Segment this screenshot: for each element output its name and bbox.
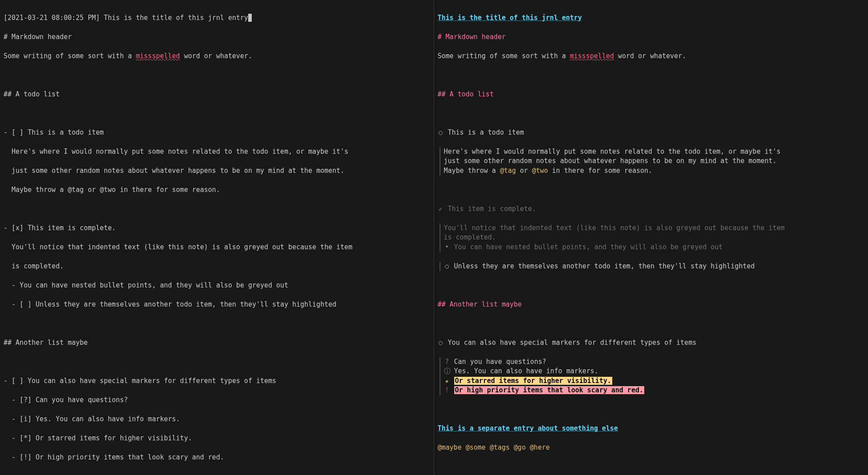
editor-split: [2021-03-21 08:00:25 PM] This is the tit…	[0, 0, 868, 475]
special-info: Yes. You can also have info markers.	[454, 367, 598, 375]
todo-text: You can also have special markers for di…	[448, 339, 697, 347]
special-info: - [i] Yes. You can also have info marker…	[4, 415, 430, 424]
cursor	[248, 14, 252, 22]
question-icon: ?	[444, 357, 450, 367]
tag: @here	[530, 443, 550, 451]
bang-icon: !	[444, 386, 450, 395]
tag: @maybe	[438, 443, 462, 451]
todo-note: in there for some reason.	[548, 167, 652, 175]
body-text: Some writing of some sort with a	[4, 52, 136, 60]
todo-note: is completed.	[444, 233, 496, 241]
left-pane-raw[interactable]: [2021-03-21 08:00:25 PM] This is the tit…	[0, 0, 434, 475]
body-text: word or whatever.	[180, 52, 252, 60]
todo-text: You can also have special markers for di…	[28, 377, 276, 385]
markdown-header: # Markdown header	[438, 32, 865, 42]
todo-note: You'll notice that indented text (like t…	[4, 243, 430, 252]
entry-title-rendered: This is a separate entry about something…	[438, 424, 618, 432]
todo-marker-done: - [x]	[4, 224, 28, 232]
todo-sub: You can have nested bullet points, and t…	[454, 243, 723, 251]
todo-note: just some other random notes about whate…	[444, 157, 777, 165]
todo-note: Maybe throw a	[4, 186, 68, 194]
special-question: Can you have questions?	[454, 358, 547, 366]
todo-note: or	[516, 167, 532, 175]
todo-note: Here's where I would normally put some n…	[4, 147, 430, 157]
heading-todo: ## A todo list	[4, 90, 430, 100]
todo-text: This item is complete.	[28, 224, 116, 232]
heading-another: ## Another list maybe	[4, 338, 430, 348]
todo-text-done: This item is complete.	[448, 205, 536, 213]
heading-todo: ## A todo list	[438, 90, 865, 100]
todo-sub: - You can have nested bullet points, and…	[4, 281, 430, 291]
todo-sub: - [ ] Unless they are themselves another…	[4, 300, 430, 310]
body-text: word or whatever.	[614, 52, 686, 60]
markdown-header: # Markdown header	[4, 32, 430, 42]
todo-open-icon: ○	[444, 262, 450, 271]
tag: @two	[100, 186, 116, 194]
misspelled-word: missspelled	[136, 52, 180, 60]
body-text: Some writing of some sort with a	[438, 52, 570, 60]
todo-open-icon: ○	[438, 128, 444, 138]
todo-note: in there for some reason.	[116, 186, 220, 194]
right-pane-rendered[interactable]: This is the title of this jrnl entry # M…	[434, 0, 868, 475]
todo-note: is completed.	[4, 262, 430, 271]
todo-marker: - [ ]	[4, 128, 28, 136]
heading-another: ## Another list maybe	[438, 300, 865, 310]
todo-note: just some other random notes about whate…	[4, 166, 430, 176]
todo-sub: Unless they are themselves another todo …	[454, 262, 755, 270]
quote-block: ○ Unless they are themselves another tod…	[440, 262, 865, 271]
todo-open-icon: ○	[438, 338, 444, 348]
tag: @tags	[490, 443, 510, 451]
special-question: - [?] Can you have questions?	[4, 395, 430, 405]
todo-note: Here's where I would normally put some n…	[444, 148, 781, 156]
tag: @some	[466, 443, 486, 451]
star-icon: ★	[444, 376, 450, 386]
todo-text: This is a todo item	[28, 128, 104, 136]
todo-text: This is a todo item	[448, 128, 524, 136]
tag: @two	[532, 167, 548, 175]
tag: @tag	[500, 167, 516, 175]
todo-marker: - [ ]	[4, 377, 28, 385]
entry-timestamp: [2021-03-21 08:00:25 PM]	[4, 14, 100, 22]
tag: @go	[514, 443, 526, 451]
quote-block-muted: You'll notice that indented text (like t…	[440, 224, 865, 252]
info-icon: ⓘ	[444, 367, 450, 376]
entry-title-rendered: This is the title of this jrnl entry	[438, 14, 582, 22]
bullet-icon: •	[444, 243, 450, 252]
special-star: - [*] Or starred items for higher visibi…	[4, 434, 430, 443]
special-bang: Or high priority items that look scary a…	[454, 386, 644, 394]
special-bang: - [!] Or high priority items that look s…	[4, 453, 430, 463]
quote-block: Here's where I would normally put some n…	[440, 147, 865, 176]
entry-title: This is the title of this jrnl entry	[104, 14, 248, 22]
todo-note: Maybe throw a	[444, 167, 500, 175]
tag: @tag	[68, 186, 84, 194]
special-star: Or starred items for higher visibility.	[454, 377, 612, 385]
todo-note: You'll notice that indented text (like t…	[444, 224, 785, 232]
todo-note: or	[84, 186, 100, 194]
todo-done-icon: ✔	[438, 204, 444, 214]
quote-block: ? Can you have questions? ⓘ Yes. You can…	[440, 357, 865, 395]
misspelled-word: missspelled	[570, 52, 614, 60]
